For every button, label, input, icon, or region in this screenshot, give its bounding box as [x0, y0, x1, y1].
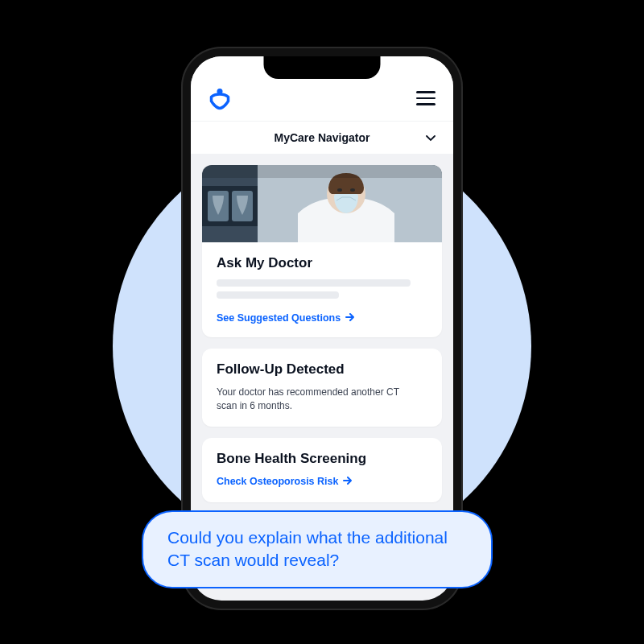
bone-health-card: Bone Health Screening Check Osteoporosis…	[202, 438, 442, 502]
arrow-right-icon	[345, 312, 355, 324]
nav-title-label: MyCare Navigator	[274, 131, 369, 144]
link-label: See Suggested Questions	[217, 312, 341, 324]
see-suggested-questions-link[interactable]: See Suggested Questions	[217, 312, 355, 324]
content-placeholder	[217, 279, 427, 299]
suggestion-bubble[interactable]: Could you explain what the additional CT…	[142, 510, 493, 588]
svg-point-7	[337, 188, 342, 192]
chevron-down-icon	[426, 130, 436, 145]
app-logo-icon[interactable]	[208, 87, 231, 109]
ask-doctor-title: Ask My Doctor	[217, 255, 427, 271]
phone-notch	[264, 56, 381, 79]
svg-point-8	[350, 188, 355, 192]
nav-title-bar[interactable]: MyCare Navigator	[191, 122, 453, 154]
ask-doctor-card: Ask My Doctor See Suggested Questions	[202, 165, 442, 337]
check-osteoporosis-link[interactable]: Check Osteoporosis Risk	[217, 476, 353, 487]
card-hero-image	[202, 165, 442, 242]
link-label: Check Osteoporosis Risk	[217, 476, 338, 487]
content-area: Ask My Doctor See Suggested Questions	[191, 154, 453, 525]
suggestion-text: Could you explain what the additional CT…	[167, 528, 448, 569]
svg-rect-9	[202, 165, 442, 178]
hamburger-menu-icon[interactable]	[416, 91, 436, 105]
followup-body: Your doctor has recommended another CT s…	[217, 386, 410, 414]
followup-title: Follow-Up Detected	[217, 361, 427, 378]
arrow-right-icon	[343, 476, 353, 487]
followup-card: Follow-Up Detected Your doctor has recom…	[202, 349, 442, 427]
bone-health-title: Bone Health Screening	[217, 451, 427, 467]
